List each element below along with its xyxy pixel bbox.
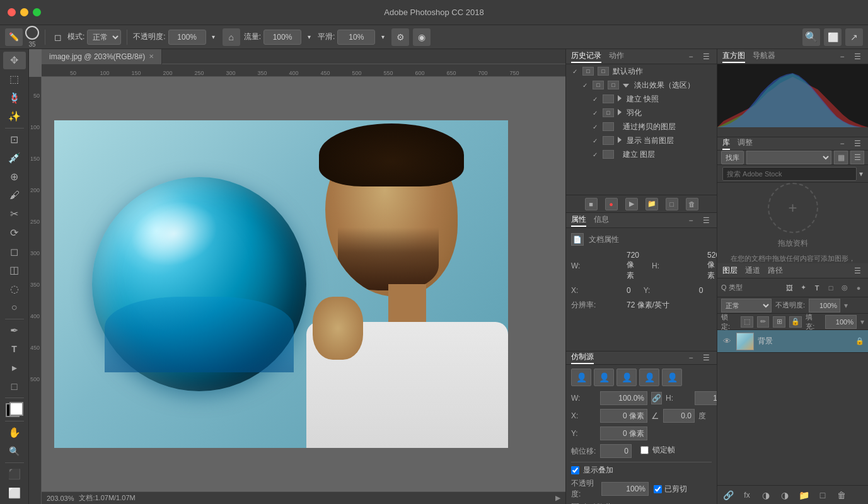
history-item-0[interactable]: ✓ □ □ 默认动作: [566, 64, 717, 78]
clone-w-input[interactable]: [600, 391, 647, 405]
tab-channels[interactable]: 通道: [745, 265, 760, 277]
clone-clipped-label[interactable]: 已剪切: [654, 484, 687, 495]
history-panel-menu[interactable]: ☰: [700, 51, 712, 62]
clone-source-5[interactable]: 👤: [662, 369, 682, 386]
layers-opacity-dropdown[interactable]: ▾: [844, 301, 848, 310]
wand-tool[interactable]: ✨: [3, 108, 26, 125]
history-item-1[interactable]: ✓ □ □ 淡出效果（选区）: [576, 78, 717, 92]
histogram-menu[interactable]: ☰: [852, 51, 863, 62]
clone-clipped-checkbox[interactable]: [654, 485, 662, 493]
layers-filter-text[interactable]: T: [811, 282, 823, 294]
clone-overlay-checkbox[interactable]: [571, 466, 579, 474]
close-button[interactable]: [8, 8, 16, 16]
tab-close-button[interactable]: ✕: [149, 53, 154, 60]
lock-pixels-btn[interactable]: ⬚: [741, 316, 753, 328]
hand-tool[interactable]: ✋: [3, 424, 26, 442]
share-icon[interactable]: ↗: [845, 28, 863, 46]
clone-frame-input[interactable]: [600, 444, 632, 458]
flow-dropdown-icon[interactable]: ▾: [304, 30, 314, 45]
properties-panel-menu[interactable]: ☰: [700, 215, 712, 226]
path-select-tool[interactable]: ▸: [3, 359, 26, 377]
tab-navigator[interactable]: 导航器: [753, 50, 775, 63]
library-search-dropdown[interactable]: ▾: [859, 169, 863, 178]
clone-source-4[interactable]: 👤: [639, 369, 659, 386]
tab-history[interactable]: 历史记录: [571, 50, 601, 63]
document-tab[interactable]: image.jpg @ 203%(RGB/8#) ✕: [42, 49, 162, 64]
tab-layers[interactable]: 图层: [722, 265, 738, 277]
eyedropper-tool[interactable]: 💉: [3, 149, 26, 167]
histogram-collapse[interactable]: −: [836, 51, 848, 62]
clone-source-3[interactable]: 👤: [616, 369, 637, 386]
pen-tool[interactable]: ✒: [3, 322, 26, 340]
layers-delete-btn[interactable]: 🗑: [835, 488, 848, 502]
clone-lock-frame-checkbox[interactable]: [640, 446, 649, 454]
search-icon[interactable]: 🔍: [802, 28, 820, 46]
history-item-3[interactable]: ✓ □ 羽化: [586, 106, 717, 120]
zoom-tool[interactable]: 🔍: [3, 442, 26, 460]
history-brush-tool[interactable]: ⟳: [3, 224, 26, 242]
clone-source-1[interactable]: 👤: [571, 369, 591, 386]
lock-all-btn[interactable]: 🔒: [789, 316, 802, 328]
history-stop-btn[interactable]: ■: [585, 198, 598, 210]
airbrush-icon[interactable]: ⌂: [223, 28, 240, 46]
smooth-input[interactable]: [337, 30, 375, 45]
crop-tool[interactable]: ⊡: [3, 130, 26, 148]
layers-panel-menu[interactable]: ☰: [852, 265, 863, 277]
eraser-tool[interactable]: ◻: [3, 243, 26, 260]
tab-actions[interactable]: 动作: [609, 50, 624, 63]
text-tool[interactable]: T: [3, 340, 26, 358]
smooth-dropdown-icon[interactable]: ▾: [378, 30, 388, 45]
flow-input[interactable]: [263, 30, 301, 45]
history-play-btn[interactable]: ▶: [625, 198, 638, 210]
lock-position-btn[interactable]: ✏: [757, 316, 770, 328]
opacity-input[interactable]: [168, 30, 206, 45]
maximize-button[interactable]: [33, 8, 41, 16]
settings-icon[interactable]: ⚙: [391, 28, 409, 46]
clone-h-input[interactable]: [695, 391, 717, 405]
extra-icon[interactable]: ◉: [413, 28, 431, 46]
mode-icon[interactable]: ◻: [51, 30, 65, 44]
fill-input[interactable]: [825, 315, 857, 329]
brush-tool[interactable]: 🖌: [3, 186, 26, 204]
clone-y-input[interactable]: [600, 427, 647, 440]
select-tool[interactable]: ⬚: [3, 71, 26, 88]
layers-link-btn[interactable]: 🔗: [721, 488, 735, 502]
history-item-6[interactable]: ✓ 建立 图层: [586, 147, 717, 161]
layers-fx-btn[interactable]: fx: [740, 488, 754, 502]
layers-filter-smart[interactable]: ◎: [839, 282, 850, 294]
library-browse-btn[interactable]: 找库: [721, 151, 744, 164]
brush-size-preview[interactable]: [25, 26, 39, 40]
tab-histogram[interactable]: 直方图: [722, 50, 745, 63]
tab-adjustments[interactable]: 调整: [738, 137, 753, 150]
screen-mode-tool[interactable]: ⬜: [3, 484, 26, 501]
brush-tool-icon[interactable]: ✏️: [5, 28, 23, 46]
history-item-4[interactable]: ✓ 通过拷贝的图层: [586, 120, 717, 134]
heal-tool[interactable]: ⊕: [3, 168, 26, 186]
library-select[interactable]: [746, 151, 831, 164]
history-item-5[interactable]: ✓ 显示 当前图层: [586, 134, 717, 147]
clone-lock-frame-label[interactable]: 锁定帧: [640, 445, 675, 455]
tab-properties[interactable]: 属性: [571, 214, 586, 227]
layers-group-btn[interactable]: 📁: [797, 488, 811, 502]
layers-filter-shape[interactable]: □: [825, 282, 836, 294]
layer-eye-background[interactable]: 👁: [721, 336, 732, 347]
move-tool[interactable]: ✥: [3, 52, 26, 69]
quick-mask-tool[interactable]: ⬛: [3, 466, 26, 483]
clone-angle-input[interactable]: [663, 409, 695, 423]
tab-library[interactable]: 库: [722, 137, 730, 150]
library-grid-view[interactable]: ▦: [834, 151, 848, 164]
history-delete-btn[interactable]: 🗑: [686, 198, 698, 210]
history-panel-collapse[interactable]: −: [685, 51, 697, 62]
layers-mask-btn[interactable]: ◑: [759, 488, 773, 502]
clone-opacity-input[interactable]: [601, 482, 649, 496]
history-new-btn[interactable]: □: [666, 198, 678, 210]
background-color[interactable]: [9, 402, 23, 416]
shape-tool[interactable]: □: [3, 378, 26, 396]
history-item-2[interactable]: ✓ 建立 快照: [586, 92, 717, 106]
layers-mode-select[interactable]: 正常: [721, 299, 772, 312]
tab-paths[interactable]: 路径: [768, 265, 783, 277]
opacity-dropdown-icon[interactable]: ▾: [209, 30, 219, 45]
lock-artboard-btn[interactable]: ⊞: [773, 316, 785, 328]
clone-x-input[interactable]: [600, 409, 647, 423]
library-menu[interactable]: ☰: [852, 138, 863, 149]
